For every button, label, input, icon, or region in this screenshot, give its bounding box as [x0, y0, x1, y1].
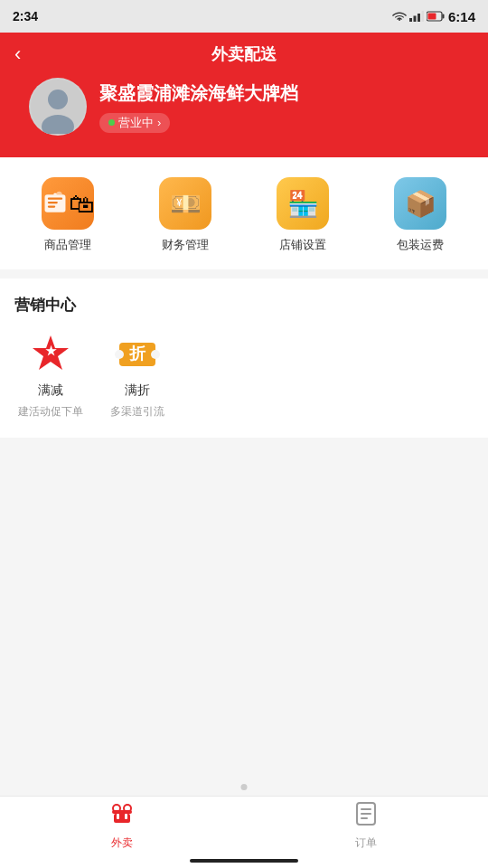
- status-time-left: 2:34: [13, 9, 38, 24]
- header: ‹ 外卖配送 聚盛霞浦滩涂海鲜大牌档 营业中 ›: [0, 33, 488, 157]
- svg-text:★: ★: [45, 344, 57, 358]
- tab-orders[interactable]: 订单: [244, 797, 488, 855]
- product-management-label: 商品管理: [44, 237, 91, 253]
- svg-rect-1: [413, 16, 416, 23]
- menu-grid: 🛍 商品管理 💴 财务管理 🏪 店铺设置 📦 包装运费: [0, 157, 488, 269]
- marketing-items: ★ 满减 建活动促下单 折 满折 多渠道引流: [14, 332, 474, 420]
- svg-rect-25: [125, 814, 127, 819]
- menu-item-product[interactable]: 🛍 商品管理: [42, 177, 94, 253]
- full-discount-icon: 折: [115, 332, 160, 377]
- packaging-fee-icon: 📦: [394, 177, 446, 230]
- status-time: 6:14: [448, 9, 475, 24]
- store-settings-icon: 🏪: [277, 177, 329, 230]
- svg-rect-3: [421, 11, 424, 22]
- svg-rect-5: [442, 14, 444, 19]
- marketing-item-full-reduction[interactable]: ★ 满减 建活动促下单: [18, 332, 83, 420]
- svg-text:折: 折: [128, 344, 146, 363]
- header-nav: ‹ 外卖配送: [14, 43, 474, 65]
- store-name: 聚盛霞浦滩涂海鲜大牌档: [99, 81, 298, 106]
- store-settings-label: 店铺设置: [279, 237, 326, 253]
- product-management-icon: 🛍: [42, 177, 94, 230]
- full-reduction-label: 满减: [38, 382, 63, 399]
- menu-item-settings[interactable]: 🏪 店铺设置: [277, 177, 329, 253]
- marketing-item-full-discount[interactable]: 折 满折 多渠道引流: [110, 332, 164, 420]
- full-discount-label: 满折: [125, 382, 150, 399]
- full-reduction-icon: ★: [28, 332, 73, 377]
- header-title: 外卖配送: [211, 43, 277, 65]
- marketing-section-title: 营销中心: [14, 295, 474, 316]
- svg-rect-0: [409, 18, 412, 22]
- menu-item-packaging[interactable]: 📦 包装运费: [394, 177, 446, 253]
- store-details: 聚盛霞浦滩涂海鲜大牌档 营业中 ›: [99, 81, 298, 133]
- status-icons: [392, 11, 445, 22]
- status-dot: [108, 119, 115, 126]
- tab-takeout[interactable]: 外卖: [0, 797, 244, 855]
- orders-tab-label: 订单: [355, 835, 377, 851]
- store-status-badge[interactable]: 营业中 ›: [99, 113, 170, 133]
- packaging-fee-label: 包装运费: [397, 237, 444, 253]
- finance-management-icon: 💴: [159, 177, 211, 230]
- takeout-tab-icon: [109, 801, 135, 833]
- svg-rect-22: [112, 810, 132, 814]
- marketing-section: 营销中心 ★ 满减 建活动促下单 折: [0, 278, 488, 438]
- home-indicator: [190, 859, 298, 863]
- status-bar: 2:34 6:14: [0, 0, 488, 33]
- full-reduction-desc: 建活动促下单: [18, 404, 83, 420]
- svg-rect-24: [117, 814, 119, 819]
- svg-rect-23: [114, 814, 130, 823]
- store-info: 聚盛霞浦滩涂海鲜大牌档 营业中 ›: [14, 78, 474, 157]
- menu-item-finance[interactable]: 💴 财务管理: [159, 177, 211, 253]
- svg-point-15: [115, 350, 124, 359]
- svg-point-8: [48, 90, 68, 109]
- svg-rect-6: [427, 14, 436, 20]
- avatar: [29, 78, 87, 136]
- status-text: 营业中: [118, 115, 154, 131]
- status-chevron: ›: [157, 116, 161, 129]
- takeout-tab-label: 外卖: [111, 835, 133, 851]
- full-discount-desc: 多渠道引流: [110, 404, 164, 420]
- orders-tab-icon: [354, 801, 378, 833]
- page-indicator: [241, 784, 248, 790]
- bottom-tab-bar: 外卖 订单: [0, 796, 488, 868]
- svg-rect-2: [418, 14, 420, 22]
- finance-management-label: 财务管理: [162, 237, 209, 253]
- back-button[interactable]: ‹: [14, 42, 21, 66]
- svg-point-16: [151, 350, 160, 359]
